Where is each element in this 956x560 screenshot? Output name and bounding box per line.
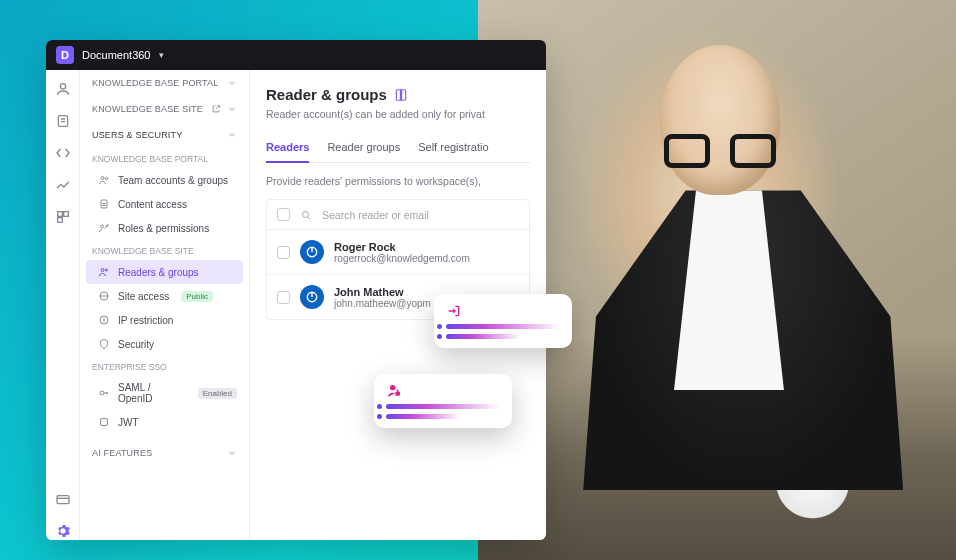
reader-name: John Mathew <box>334 286 431 298</box>
nav-item-label: Content access <box>118 199 187 210</box>
rail-docs-icon[interactable] <box>54 112 72 130</box>
external-link-icon[interactable] <box>211 104 221 114</box>
floating-card-login <box>434 294 572 348</box>
permissions-hint: Provide readers' permissions to workspac… <box>266 175 530 187</box>
placeholder-line <box>446 324 560 329</box>
svg-rect-6 <box>57 218 62 223</box>
sso-icon <box>98 387 110 399</box>
nav-item-label: Roles & permissions <box>118 223 209 234</box>
app-switcher-caret-icon[interactable]: ▾ <box>159 50 164 60</box>
titlebar: D Document360 ▾ <box>46 40 546 70</box>
nav-item-label: SAML / OpenID <box>118 382 186 404</box>
rail-settings-icon[interactable] <box>54 522 72 540</box>
table-row[interactable]: Roger Rock rogerrock@knowledgemd.com <box>267 230 529 275</box>
side-nav: KNOWLEDGE BASE PORTAL KNOWLEDGE BASE SIT… <box>80 70 250 540</box>
chevron-up-icon <box>227 130 237 140</box>
nav-section-label: USERS & SECURITY <box>92 130 182 140</box>
tab-self-registration[interactable]: Self registratio <box>418 134 488 162</box>
book-icon <box>394 88 408 102</box>
key-user-icon <box>98 222 110 234</box>
badge-public: Public <box>181 291 213 302</box>
avatar <box>300 285 324 309</box>
search-icon <box>300 209 312 221</box>
svg-point-19 <box>100 391 104 395</box>
svg-rect-4 <box>57 212 62 217</box>
nav-section-label: KNOWLEDGE BASE SITE <box>92 104 203 114</box>
reader-email: rogerrock@knowledgemd.com <box>334 253 470 264</box>
svg-point-16 <box>106 269 108 271</box>
svg-rect-20 <box>101 419 108 426</box>
svg-rect-12 <box>103 204 105 206</box>
nav-item-label: Site access <box>118 291 169 302</box>
nav-item-label: JWT <box>118 417 139 428</box>
table-header-row <box>267 200 529 230</box>
svg-point-10 <box>105 177 108 180</box>
rail-billing-icon[interactable] <box>54 490 72 508</box>
login-icon <box>446 303 462 319</box>
chevron-down-icon <box>227 78 237 88</box>
chevron-down-icon <box>227 448 237 458</box>
svg-rect-7 <box>57 496 69 504</box>
nav-group-kb-site: KNOWLEDGE BASE SITE <box>80 240 249 260</box>
svg-point-21 <box>303 211 309 217</box>
svg-point-13 <box>101 225 104 228</box>
nav-section-ai-features[interactable]: AI FEATURES <box>80 440 249 466</box>
lock-file-icon <box>98 198 110 210</box>
svg-point-9 <box>101 177 104 180</box>
shield-icon <box>98 338 110 350</box>
nav-item-ip-restriction[interactable]: IP restriction <box>80 308 249 332</box>
placeholder-line <box>446 334 521 339</box>
rail-api-icon[interactable] <box>54 144 72 162</box>
page-title: Reader & groups <box>266 86 530 103</box>
nav-item-label: Team accounts & groups <box>118 175 228 186</box>
svg-line-22 <box>308 216 310 218</box>
rail-analytics-icon[interactable] <box>54 176 72 194</box>
nav-item-label: Security <box>118 339 154 350</box>
nav-item-team-accounts[interactable]: Team accounts & groups <box>80 168 249 192</box>
app-name: Document360 <box>82 49 151 61</box>
marketing-photo <box>478 0 956 560</box>
tab-bar: Readers Reader groups Self registratio <box>266 134 530 163</box>
app-window: D Document360 ▾ KNOWLEDGE BASE PORTAL KN… <box>46 40 546 540</box>
rail-home-icon[interactable] <box>54 80 72 98</box>
globe-lock-icon <box>98 290 110 302</box>
nav-item-saml-openid[interactable]: SAML / OpenID Enabled <box>80 376 249 410</box>
icon-rail <box>46 70 80 540</box>
nav-section-kb-portal[interactable]: KNOWLEDGE BASE PORTAL <box>80 70 249 96</box>
jwt-icon <box>98 416 110 428</box>
reader-name: Roger Rock <box>334 241 470 253</box>
chevron-down-icon <box>227 104 237 114</box>
nav-item-readers-groups[interactable]: Readers & groups <box>86 260 243 284</box>
nav-group-enterprise-sso: ENTERPRISE SSO <box>80 356 249 376</box>
nav-item-jwt[interactable]: JWT <box>80 410 249 434</box>
search-input[interactable] <box>322 209 519 221</box>
nav-item-security[interactable]: Security <box>80 332 249 356</box>
svg-point-27 <box>390 385 395 390</box>
nav-item-site-access[interactable]: Site access Public <box>80 284 249 308</box>
nav-section-label: KNOWLEDGE BASE PORTAL <box>92 78 218 88</box>
svg-point-15 <box>101 269 104 272</box>
users-icon <box>98 174 110 186</box>
svg-point-0 <box>60 84 65 89</box>
user-lock-icon <box>386 383 402 399</box>
placeholder-line <box>386 414 461 419</box>
nav-item-label: IP restriction <box>118 315 173 326</box>
nav-section-kb-site[interactable]: KNOWLEDGE BASE SITE <box>80 96 249 122</box>
rail-widgets-icon[interactable] <box>54 208 72 226</box>
page-subtitle: Reader account(s) can be added only for … <box>266 108 530 120</box>
tab-reader-groups[interactable]: Reader groups <box>327 134 400 162</box>
placeholder-line <box>386 404 500 409</box>
nav-group-kb-portal: KNOWLEDGE BASE PORTAL <box>80 148 249 168</box>
nav-section-users-security[interactable]: USERS & SECURITY <box>80 122 249 148</box>
nav-item-content-access[interactable]: Content access <box>80 192 249 216</box>
svg-rect-28 <box>395 392 400 396</box>
reader-email: john.matheew@yopm <box>334 298 431 309</box>
tab-readers[interactable]: Readers <box>266 134 309 163</box>
floating-card-user-lock <box>374 374 512 428</box>
row-checkbox[interactable] <box>277 246 290 259</box>
app-logo: D <box>56 46 74 64</box>
nav-item-roles-permissions[interactable]: Roles & permissions <box>80 216 249 240</box>
select-all-checkbox[interactable] <box>277 208 290 221</box>
row-checkbox[interactable] <box>277 291 290 304</box>
nav-item-label: Readers & groups <box>118 267 199 278</box>
